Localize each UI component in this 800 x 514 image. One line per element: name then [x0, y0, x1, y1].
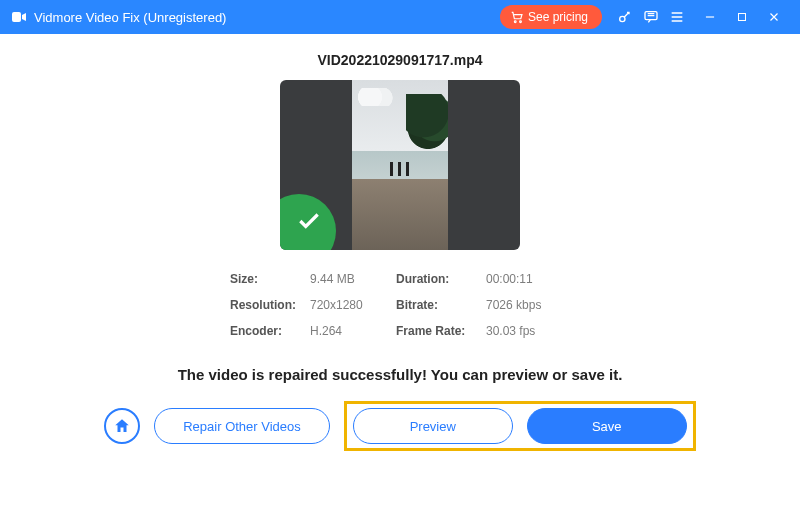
- preview-label: Preview: [410, 419, 456, 434]
- save-button[interactable]: Save: [527, 408, 687, 444]
- key-icon[interactable]: [612, 4, 638, 30]
- repair-other-button[interactable]: Repair Other Videos: [154, 408, 330, 444]
- titlebar: Vidmore Video Fix (Unregistered) See pri…: [0, 0, 800, 34]
- thumbnail-image: [352, 80, 448, 250]
- duration-label: Duration:: [396, 272, 480, 286]
- status-message: The video is repaired successfully! You …: [178, 366, 623, 383]
- preview-button[interactable]: Preview: [353, 408, 513, 444]
- check-icon: [296, 208, 322, 234]
- save-label: Save: [592, 419, 622, 434]
- resolution-value: 720x1280: [310, 298, 390, 312]
- see-pricing-label: See pricing: [528, 10, 588, 24]
- file-name: VID20221029091717.mp4: [317, 52, 482, 68]
- video-thumbnail: [280, 80, 520, 250]
- framerate-label: Frame Rate:: [396, 324, 480, 338]
- app-title: Vidmore Video Fix (Unregistered): [34, 10, 226, 25]
- svg-rect-0: [12, 12, 21, 22]
- feedback-icon[interactable]: [638, 4, 664, 30]
- app-logo-icon: [10, 8, 28, 26]
- action-row: Repair Other Videos Preview Save: [104, 401, 696, 451]
- main-content: VID20221029091717.mp4 Size: 9.44 MB Dura…: [0, 34, 800, 451]
- svg-rect-5: [739, 14, 746, 21]
- maximize-button[interactable]: [726, 4, 758, 30]
- size-value: 9.44 MB: [310, 272, 390, 286]
- encoder-label: Encoder:: [230, 324, 304, 338]
- home-button[interactable]: [104, 408, 140, 444]
- close-button[interactable]: [758, 4, 790, 30]
- video-metadata: Size: 9.44 MB Duration: 00:00:11 Resolut…: [230, 272, 570, 338]
- bitrate-value: 7026 kbps: [486, 298, 566, 312]
- size-label: Size:: [230, 272, 304, 286]
- home-icon: [113, 417, 131, 435]
- duration-value: 00:00:11: [486, 272, 566, 286]
- success-check-badge: [280, 194, 336, 250]
- minimize-button[interactable]: [694, 4, 726, 30]
- resolution-label: Resolution:: [230, 298, 304, 312]
- svg-point-2: [520, 21, 522, 23]
- highlight-annotation: Preview Save: [344, 401, 696, 451]
- framerate-value: 30.03 fps: [486, 324, 566, 338]
- cart-icon: [510, 10, 524, 24]
- repair-other-label: Repair Other Videos: [183, 419, 301, 434]
- encoder-value: H.264: [310, 324, 390, 338]
- see-pricing-button[interactable]: See pricing: [500, 5, 602, 29]
- bitrate-label: Bitrate:: [396, 298, 480, 312]
- svg-point-1: [514, 21, 516, 23]
- menu-icon[interactable]: [664, 4, 690, 30]
- svg-point-3: [620, 16, 625, 21]
